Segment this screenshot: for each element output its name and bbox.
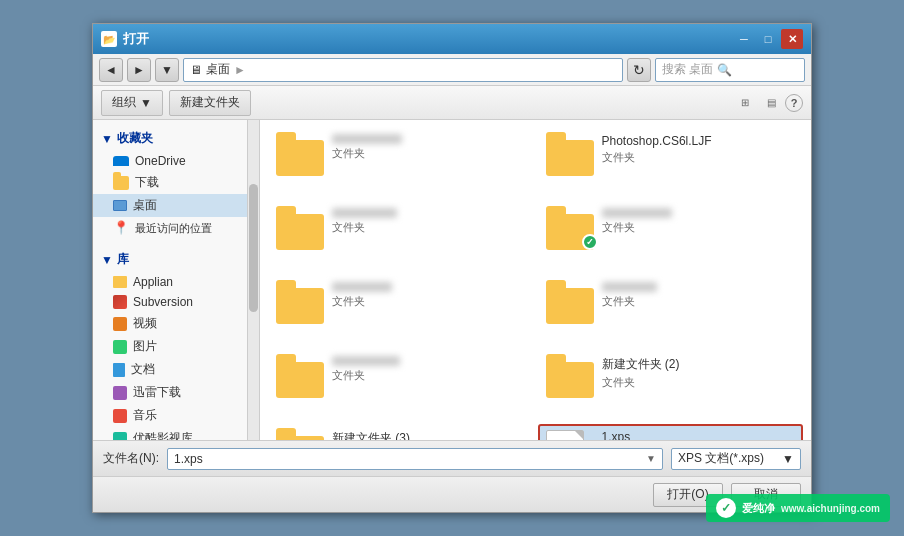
favorites-section[interactable]: ▼ 收藏夹	[93, 126, 247, 151]
toolbar: 组织 ▼ 新建文件夹 ⊞ ▤ ?	[93, 86, 811, 120]
file-name: 新建文件夹 (2)	[602, 356, 680, 373]
list-item[interactable]: ✓ 文件夹	[538, 202, 804, 272]
filetype-arrow: ▼	[782, 452, 794, 466]
onedrive-icon	[113, 156, 129, 166]
docs-icon	[113, 363, 125, 377]
view-buttons: ⊞ ▤ ?	[733, 91, 803, 115]
list-item[interactable]: 文件夹	[268, 128, 534, 198]
library-section[interactable]: ▼ 库	[93, 247, 247, 272]
refresh-button[interactable]: ↻	[627, 58, 651, 82]
list-item-xps[interactable]: XPS 1.xps XPS 文档 6.61 KB	[538, 424, 804, 440]
music-icon	[113, 409, 127, 423]
new-folder-button[interactable]: 新建文件夹	[169, 90, 251, 116]
new-folder-label: 新建文件夹	[180, 94, 240, 111]
video-icon	[113, 317, 127, 331]
window-title: 打开	[123, 30, 149, 48]
sidebar-docs-label: 文档	[131, 361, 155, 378]
watermark-brand: 爱纯净	[742, 501, 775, 516]
folder-icon	[276, 356, 324, 398]
sidebar-video-label: 视频	[133, 315, 157, 332]
xunlei-icon	[113, 386, 127, 400]
filename-value: 1.xps	[174, 452, 203, 466]
back-button[interactable]: ◄	[99, 58, 123, 82]
sidebar-xunlei-label: 迅雷下载	[133, 384, 181, 401]
list-view-button[interactable]: ▤	[759, 91, 783, 115]
sidebar-onedrive-label: OneDrive	[135, 154, 186, 168]
sidebar: ▼ 收藏夹 OneDrive 下载 桌面 📍 最近访问的位置 ▼	[93, 120, 248, 440]
list-item[interactable]: 文件夹	[268, 202, 534, 272]
sidebar-item-applian[interactable]: Applian	[93, 272, 247, 292]
organize-button[interactable]: 组织 ▼	[101, 90, 163, 116]
addressbar: ◄ ► ▼ 🖥 桌面 ► ↻ 搜索 桌面 🔍	[93, 54, 811, 86]
favorites-arrow: ▼	[101, 132, 113, 146]
folder-icon	[546, 356, 594, 398]
sidebar-item-images[interactable]: 图片	[93, 335, 247, 358]
minimize-button[interactable]: ─	[733, 29, 755, 49]
subversion-icon	[113, 295, 127, 309]
library-arrow: ▼	[101, 253, 113, 267]
file-type: 文件夹	[332, 146, 402, 161]
filetype-select[interactable]: XPS 文档(*.xps) ▼	[671, 448, 801, 470]
sidebar-item-video[interactable]: 视频	[93, 312, 247, 335]
sidebar-desktop-label: 桌面	[133, 197, 157, 214]
file-name	[332, 356, 400, 366]
titlebar: 📂 打开 ─ □ ✕	[93, 24, 811, 54]
sidebar-music-label: 音乐	[133, 407, 157, 424]
sidebar-item-onedrive[interactable]: OneDrive	[93, 151, 247, 171]
downloads-icon	[113, 176, 129, 190]
file-name	[602, 282, 657, 292]
dropdown-button[interactable]: ▼	[155, 58, 179, 82]
file-name: Photoshop.CS6l.LJF	[602, 134, 712, 148]
close-button[interactable]: ✕	[781, 29, 803, 49]
folder-icon: ✓	[546, 208, 594, 250]
forward-button[interactable]: ►	[127, 58, 151, 82]
path-icon: 🖥	[190, 63, 202, 77]
sidebar-item-desktop[interactable]: 桌面	[93, 194, 247, 217]
sidebar-youku-label: 优酷影视库	[133, 430, 193, 440]
desktop-icon	[113, 200, 127, 211]
sidebar-downloads-label: 下载	[135, 174, 159, 191]
file-name	[602, 208, 672, 218]
list-item[interactable]: 文件夹	[268, 276, 534, 346]
filename-input[interactable]: 1.xps ▼	[167, 448, 663, 470]
applian-icon	[113, 276, 127, 288]
path-separator: ►	[234, 63, 246, 77]
titlebar-controls: ─ □ ✕	[733, 29, 803, 49]
library-title: 库	[117, 251, 129, 268]
sidebar-item-music[interactable]: 音乐	[93, 404, 247, 427]
sidebar-item-youku[interactable]: 优酷影视库	[93, 427, 247, 440]
xps-icon: XPS	[546, 430, 594, 440]
file-type: 文件夹	[332, 294, 392, 309]
help-button[interactable]: ?	[785, 94, 803, 112]
sidebar-applian-label: Applian	[133, 275, 173, 289]
list-item[interactable]: 新建文件夹 (3) 文件夹	[268, 424, 534, 440]
file-type: 文件夹	[602, 220, 672, 235]
images-icon	[113, 340, 127, 354]
filename-label: 文件名(N):	[103, 450, 159, 467]
sidebar-item-recent[interactable]: 📍 最近访问的位置	[93, 217, 247, 239]
file-open-dialog: 📂 打开 ─ □ ✕ ◄ ► ▼ 🖥 桌面 ► ↻ 搜索 桌面 🔍 组织 ▼	[92, 23, 812, 513]
sidebar-item-xunlei[interactable]: 迅雷下载	[93, 381, 247, 404]
maximize-button[interactable]: □	[757, 29, 779, 49]
filetype-label: XPS 文档(*.xps)	[678, 450, 764, 467]
list-item[interactable]: 新建文件夹 (2) 文件夹	[538, 350, 804, 420]
address-path[interactable]: 🖥 桌面 ►	[183, 58, 623, 82]
action-bar: 打开(O) 取消	[93, 476, 811, 512]
sidebar-scrollbar[interactable]	[248, 120, 260, 440]
titlebar-icon: 📂	[101, 31, 117, 47]
list-item[interactable]: 文件夹	[538, 276, 804, 346]
grid-view-button[interactable]: ⊞	[733, 91, 757, 115]
search-box[interactable]: 搜索 桌面 🔍	[655, 58, 805, 82]
sidebar-item-downloads[interactable]: 下载	[93, 171, 247, 194]
filename-bar: 文件名(N): 1.xps ▼ XPS 文档(*.xps) ▼	[93, 440, 811, 476]
list-item[interactable]: 文件夹	[268, 350, 534, 420]
organize-arrow: ▼	[140, 96, 152, 110]
list-item[interactable]: Photoshop.CS6l.LJF 文件夹	[538, 128, 804, 198]
sidebar-recent-label: 最近访问的位置	[135, 221, 212, 236]
sidebar-subversion-label: Subversion	[133, 295, 193, 309]
sidebar-item-docs[interactable]: 文档	[93, 358, 247, 381]
file-type: 文件夹	[332, 368, 400, 383]
file-type: 文件夹	[602, 150, 712, 165]
sidebar-item-subversion[interactable]: Subversion	[93, 292, 247, 312]
titlebar-left: 📂 打开	[101, 30, 149, 48]
